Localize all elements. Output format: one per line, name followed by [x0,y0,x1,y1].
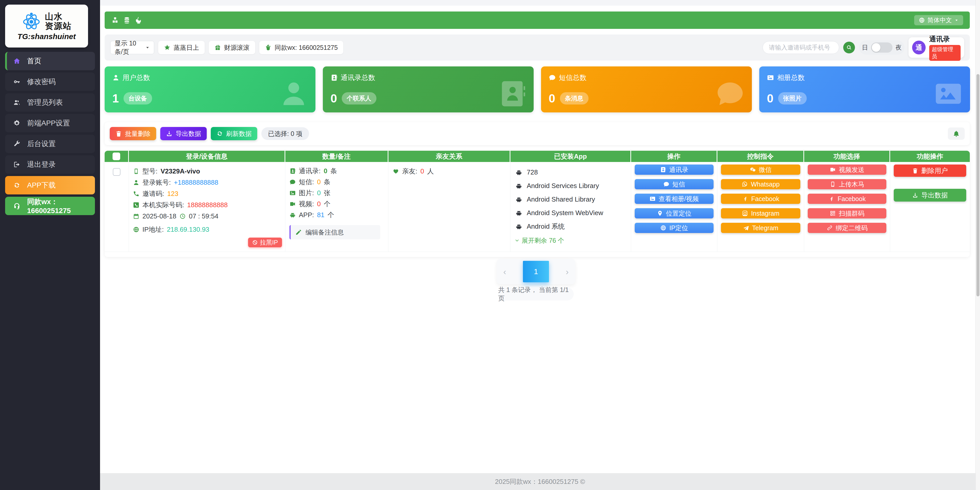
toggle-knob[interactable] [872,43,880,52]
slogan-label: 财源滚滚 [224,43,250,52]
next-page-button[interactable]: › [566,267,569,277]
pagination-summary: 共 1 条记录， 当前第 1/1 页 [498,288,574,300]
real-phone-number: 18888888888 [187,201,228,209]
key-icon [13,78,21,85]
address-book-icon [331,74,338,81]
scrollbar-thumb[interactable] [977,74,980,296]
upload-trojan-button[interactable]: 上传木马 [808,179,886,189]
ip-locate-button[interactable]: IP定位 [635,223,714,233]
sidebar-item-app-download[interactable]: APP下载 [5,176,95,195]
address-book-icon [290,168,296,174]
stat-value: 0 [767,91,773,105]
image-icon [290,190,296,196]
wx-contact-pill[interactable]: 同款wx: 16600251275 [259,41,343,54]
wechat-button[interactable]: 微信 [721,164,800,175]
video-send-button[interactable]: 视频发送 [808,164,886,175]
search-input[interactable] [762,41,839,54]
android-icon [290,212,296,218]
facebook-function-button[interactable]: Facebook [808,194,886,204]
batch-delete-button[interactable]: 批量删除 [110,127,156,140]
stat-value: 1 [112,91,119,105]
telegram-button[interactable]: Telegram [721,223,800,233]
video-icon [290,201,296,207]
flame-icon[interactable] [135,16,142,24]
comment-icon [663,181,670,187]
wrench-icon [13,140,21,147]
select-all-checkbox[interactable] [113,153,120,160]
edit-note-button[interactable]: 编辑备注信息 [290,225,380,239]
phone-icon [133,191,139,197]
sidebar-item-logout[interactable]: 退出登录 [5,155,95,174]
mobile-icon [133,168,139,174]
video-icon [830,166,836,173]
scrollbar[interactable] [975,0,980,490]
edit-icon [295,229,302,236]
delete-user-button[interactable]: 删除用户 [894,164,966,177]
sms-button[interactable]: 短信 [635,179,714,189]
column-header: 操作 [631,151,718,162]
page-size-select[interactable]: 显示 10 条/页 [110,41,154,54]
refresh-data-button[interactable]: 刷新数据 [211,127,257,140]
language-button[interactable]: 简体中文 [914,15,963,25]
scan-qr-button[interactable]: 扫描群码 [808,208,886,219]
user-card[interactable]: 通 通讯录 超级管理员 [908,37,964,58]
sidebar-item-label: 管理员列表 [27,97,63,107]
user-watermark-icon [279,79,309,109]
chevron-down-icon [514,238,520,243]
sidebar-item-admin-list[interactable]: 管理员列表 [5,93,95,112]
column-header: 控制指令 [718,151,804,162]
row-checkbox[interactable] [113,168,121,176]
qrcode-icon [830,210,836,216]
sidebar-item-change-password[interactable]: 修改密码 [5,73,95,91]
stat-value: 0 [549,91,555,105]
pagination: ‹ 1 › [496,259,575,284]
facebook-icon [742,196,748,202]
telegram-icon [743,225,749,231]
header-select-all[interactable] [105,151,129,162]
sidebar-item-home[interactable]: 首页 [5,52,95,70]
blacklist-ip-button[interactable]: 拉黑IP [248,238,282,247]
notification-button[interactable] [948,128,965,140]
cubes-icon[interactable] [111,16,119,24]
whatsapp-button[interactable]: Whatsapp [721,179,800,189]
user-icon [112,74,119,81]
column-header: 亲友关系 [388,151,511,162]
slogan-button-2[interactable]: 财源滚滚 [209,41,255,54]
stat-value: 0 [331,91,337,105]
view-album-button[interactable]: 查看相册/视频 [635,194,714,204]
facebook-button[interactable]: Facebook [721,194,800,204]
comment-icon [290,179,296,185]
expand-apps-link[interactable]: 展开剩余 76 个 [511,236,631,245]
function-ops-cell: 删除用户 导出数据 [890,162,970,252]
login-account[interactable]: +18888888888 [174,179,218,187]
theme-toggle[interactable]: 日 夜 [859,40,904,55]
prev-page-button[interactable]: ‹ [503,267,506,277]
export-user-button[interactable]: 导出数据 [894,189,966,201]
database-icon[interactable] [123,16,130,24]
top-strip [100,0,980,6]
night-label: 夜 [896,43,902,52]
instagram-button[interactable]: Instagram [721,208,800,219]
sidebar-item-label: 退出登录 [27,160,56,169]
contacts-button[interactable]: 通讯录 [635,164,714,175]
page-1-button[interactable]: 1 [523,261,549,282]
search-button[interactable] [843,41,855,53]
bind-qr-button[interactable]: 绑定二维码 [808,223,886,233]
day-label: 日 [862,43,868,52]
toggle-track[interactable] [871,42,892,53]
relation-cell: 亲友:0人 [388,162,511,252]
installed-apps-cell: 728 Android Services Library Android Sha… [511,162,631,252]
star-icon [164,44,170,51]
avatar: 通 [912,41,926,54]
sidebar-item-app-settings[interactable]: 前端APP设置 [5,114,95,132]
sidebar-item-wx-contact[interactable]: 同款wx：16600251275 [5,197,95,215]
gear-icon [13,120,21,127]
gps-locate-button[interactable]: 位置定位 [635,208,714,219]
column-header: 数量/备注 [285,151,388,162]
comment-icon [549,74,556,81]
user-name: 通讯录 [929,35,961,44]
export-data-button[interactable]: 导出数据 [160,127,207,140]
stat-title: 短信总数 [559,73,587,82]
slogan-button-1[interactable]: 蒸蒸日上 [158,41,205,54]
sidebar-item-backend-settings[interactable]: 后台设置 [5,135,95,153]
